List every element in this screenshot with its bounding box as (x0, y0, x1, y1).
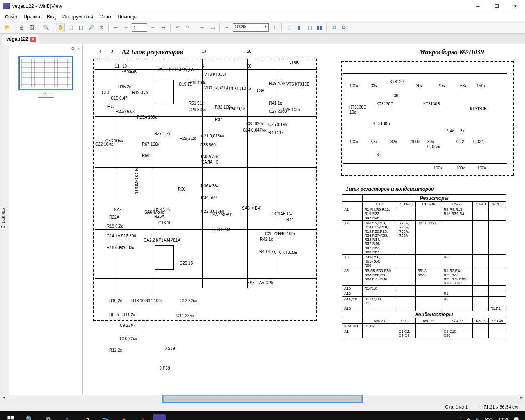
export-icon[interactable]: 🖼 (27, 23, 36, 32)
label: ~500мВ (122, 70, 137, 74)
hand-tool-icon[interactable]: ✋ (56, 23, 65, 32)
label: 10к (349, 110, 356, 114)
label: 0,024 (473, 139, 484, 144)
label: R21A 6,8к (116, 109, 135, 114)
label: ОСЛАБ СЧ (272, 212, 292, 216)
panel-close-icon[interactable]: × (78, 46, 80, 51)
loupe-tool-icon[interactable]: ⊙ (97, 23, 106, 32)
label: R25A 100к (137, 115, 157, 119)
search-icon[interactable]: 🔍 (21, 411, 38, 420)
label: КТ3130Е (349, 105, 366, 110)
component-table: Резисторы С1-4 СП3-33 СП3-36 С2-23 С2-10… (342, 194, 506, 338)
label: R48 100к (189, 80, 206, 85)
tab-label: vegau122 (6, 36, 29, 42)
rotate-right-icon[interactable]: ⟳ (340, 23, 349, 32)
label: SA5 (114, 208, 122, 212)
layout-cont-facing-icon[interactable]: ▮▮ (315, 23, 324, 32)
menu-file[interactable]: Файл (2, 13, 20, 21)
tray-up-icon[interactable]: ˄ (460, 417, 462, 420)
menu-tools[interactable]: Инструменты (60, 13, 96, 21)
page-thumbnail[interactable] (19, 57, 73, 89)
menu-window[interactable]: Окно (97, 13, 114, 21)
start-button[interactable] (2, 411, 19, 420)
pin: 3 (111, 49, 113, 54)
tab-close-icon[interactable]: × (30, 37, 36, 42)
menu-view[interactable]: Вид (44, 13, 58, 21)
label: C12 22мк (180, 299, 198, 303)
label: R39 4,7к (269, 81, 285, 86)
label: 100к (477, 166, 486, 170)
fit-page-icon[interactable]: ▭ (208, 23, 217, 32)
app-icon-1[interactable]: ● (116, 411, 132, 420)
maximize-button[interactable]: ☐ (487, 0, 506, 12)
tray-lang[interactable]: РУС (485, 417, 494, 420)
tray-clock[interactable]: 10:26 (498, 417, 509, 420)
label: VT5 КТ315Е (286, 82, 309, 87)
back-icon[interactable]: ↶ (173, 23, 182, 32)
taskview-icon[interactable]: ⧉ (40, 411, 57, 420)
store-icon[interactable]: 🛍 (97, 411, 113, 420)
status-coords: 71,21 x 56,54 см (479, 404, 522, 409)
fit-width-icon[interactable]: ⇿ (198, 23, 207, 32)
label: 63к (460, 84, 467, 88)
menu-edit[interactable]: Правка (21, 13, 43, 21)
label: R19 3,3к (132, 90, 148, 95)
minimize-button[interactable]: ─ (468, 0, 487, 12)
horizontal-scrollbar[interactable]: ◂▸ (0, 395, 525, 402)
sidebar-tab-pages[interactable]: Страницы (0, 44, 9, 395)
next-page-icon[interactable]: → (148, 23, 158, 32)
rotate-left-icon[interactable]: ⟲ (329, 23, 338, 32)
tray-notifications-icon[interactable]: 💬 (514, 417, 519, 420)
document-viewport[interactable]: А2 Блок регуляторов Микросборка КФП039 Т… (83, 44, 525, 395)
open-icon[interactable]: 📂 (2, 23, 11, 32)
system-tray[interactable]: ˄ 🖧 🔈 РУС 10:26 💬 (460, 417, 523, 420)
microassembly-title: Микросборка КФП039 (419, 48, 484, 56)
label: -15B (290, 61, 299, 65)
document-tab[interactable]: vegau122 × (2, 35, 39, 44)
close-button[interactable]: ✕ (506, 0, 525, 12)
zoom-tool-icon[interactable]: 🔎 (87, 23, 96, 32)
last-page-icon[interactable]: ⇥ (159, 23, 168, 32)
select-tool-icon[interactable]: ⬚ (66, 23, 75, 32)
app-icon-2[interactable]: Y (135, 411, 151, 420)
label: XS39 (165, 346, 175, 351)
label: R43 11к (268, 130, 283, 135)
label: 100к (456, 166, 465, 170)
col: СП3-33 (397, 202, 415, 207)
tray-network-icon[interactable]: 🖧 (466, 417, 471, 420)
panel-pin-icon[interactable]: ⚙ (71, 46, 75, 51)
page-number-input[interactable] (132, 23, 147, 32)
first-page-icon[interactable]: ⇤ (111, 23, 120, 32)
label: R9 2к (109, 313, 120, 317)
menu-bar: Файл Правка Вид Инструменты Окно Помощь (0, 12, 525, 21)
label: 33к (371, 84, 377, 88)
thumbnails-panel: ⚙ × 1 (9, 44, 83, 395)
app-icon (3, 3, 10, 9)
label: R40 4,7к (259, 249, 275, 254)
forward-icon[interactable]: ↷ (183, 23, 192, 32)
menu-help[interactable]: Помощь (115, 13, 139, 21)
layout-single-icon[interactable]: ▯ (284, 23, 293, 32)
layout-continuous-icon[interactable]: ▮ (294, 23, 304, 32)
zoom-out-icon[interactable]: − (222, 23, 231, 32)
label: 36 (394, 94, 398, 98)
label: C14 1мк (107, 234, 122, 238)
app-icon-3[interactable] (153, 414, 166, 420)
zoom-select[interactable]: 100% (233, 23, 269, 32)
edge-icon[interactable]: e (59, 411, 75, 420)
layout-facing-icon[interactable]: ▯▯ (305, 23, 314, 32)
print-icon[interactable]: 🖨 (17, 23, 26, 32)
zoom-in-icon[interactable]: ＋ (270, 23, 279, 32)
explorer-icon[interactable]: 🗂 (78, 411, 94, 420)
label: XP39 (160, 366, 170, 370)
prev-page-icon[interactable]: ← (121, 23, 130, 32)
status-page: Стр. 1 из 1 (441, 404, 472, 409)
label: 'БАЛАНС' (201, 160, 219, 164)
label: 100к (349, 139, 358, 144)
tray-volume-icon[interactable]: 🔈 (475, 417, 481, 420)
find-icon[interactable]: 🔍 (41, 23, 50, 32)
label: R38 820к (212, 227, 230, 232)
label: R11 2к (122, 313, 135, 317)
marquee-tool-icon[interactable]: ◫ (76, 23, 85, 32)
label: C20 15 (180, 261, 193, 265)
